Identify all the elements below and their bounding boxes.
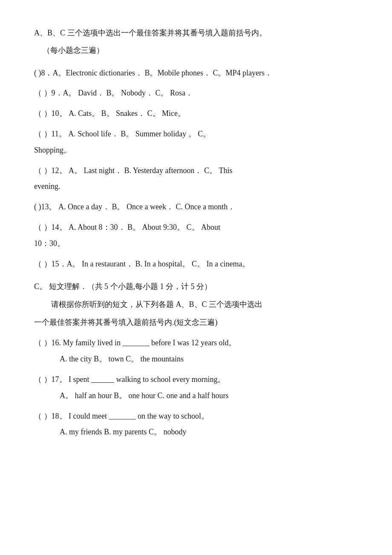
- instruction-text: A、B、C 三个选项中选出一个最佳答案并将其番号填入题前括号内。: [34, 26, 358, 40]
- question-14: （ ）14。 A. About 8：30． B。 About 9:30。 C。 …: [34, 220, 358, 252]
- passage-questions-section: （ ）16. My family lived in _______ before…: [34, 335, 358, 440]
- question-18: （ ）18。 I could meet _______ on the way t…: [34, 408, 358, 441]
- question-17: （ ）17。 I spent ______ walking to school …: [34, 372, 358, 404]
- questions-section: ( )8．A。Electronic dictionaries． B。Mobile…: [34, 65, 358, 272]
- instruction-subtext: （每小题念三遍）: [34, 43, 358, 57]
- section-c-header: C。 短文理解．（共 5 个小题,每小题 1 分，计 5 分） 请根据你所听到的…: [34, 279, 358, 330]
- instruction-main: A、B、C 三个选项中选出一个最佳答案并将其番号填入题前括号内。 （每小题念三遍…: [34, 26, 358, 58]
- question-16: （ ）16. My family lived in _______ before…: [34, 335, 358, 367]
- question-10: （ ）10。 A. Cats。 B。 Snakes． C。 Mice。: [34, 106, 358, 122]
- question-11: （ ）11。 A. School life． B。 Summer holiday…: [34, 126, 358, 159]
- question-12: （ ）12。 A。 Last night． B. Yesterday after…: [34, 163, 358, 195]
- question-15: （ ）15．A。 In a restaurant． B. In a hospit…: [34, 256, 358, 272]
- question-13: ( )13。 A. Once a day． B。 Once a week． C.…: [34, 199, 358, 215]
- question-8: ( )8．A。Electronic dictionaries． B。Mobile…: [34, 65, 358, 81]
- question-9: （ ）9．A。 David． B。 Nobody． C。 Rosa．: [34, 85, 358, 101]
